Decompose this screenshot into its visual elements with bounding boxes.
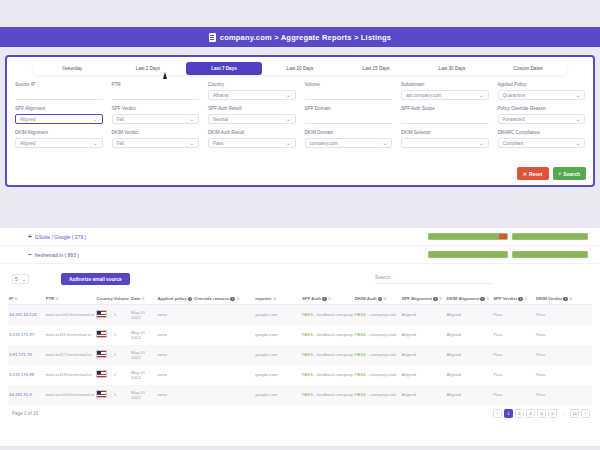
column-header-dkim-verdict[interactable]: DKIM Verdicti⇅ bbox=[535, 293, 592, 305]
collapse-icon[interactable]: − bbox=[28, 252, 32, 257]
chevron-down-icon: ⌄ bbox=[286, 117, 291, 121]
filter-select-dkim-auth-result[interactable]: Pass⌄ bbox=[208, 138, 296, 148]
dkim-auth-domain: - company.com bbox=[366, 372, 396, 377]
column-header-spf-alignment[interactable]: SPF Alignmenti⇅ bbox=[401, 293, 446, 305]
us-flag-icon bbox=[96, 310, 107, 318]
tab-last-10-days[interactable]: Last 10 Days bbox=[262, 62, 338, 75]
reporter-cell: google.com bbox=[254, 365, 301, 385]
sort-icon[interactable]: ⇅ bbox=[524, 297, 527, 301]
sort-icon[interactable]: ⇅ bbox=[569, 297, 572, 301]
spf-auth-result: PASS bbox=[302, 392, 313, 397]
filter-field-spf-domain: SPF Domain bbox=[305, 106, 393, 124]
filter-select-dkim-alignment[interactable]: Aligned⌄ bbox=[15, 138, 103, 148]
sort-icon[interactable]: ⇅ bbox=[328, 297, 331, 301]
sort-icon[interactable]: ⇅ bbox=[383, 297, 386, 301]
sort-icon[interactable]: ⇅ bbox=[14, 297, 17, 301]
expand-icon[interactable]: + bbox=[28, 234, 32, 239]
page-button-1[interactable]: 1 bbox=[504, 409, 513, 418]
prev-page-button[interactable]: ‹ bbox=[493, 409, 502, 418]
sort-icon[interactable]: ⇅ bbox=[55, 297, 58, 301]
page-button-16[interactable]: 16 bbox=[570, 409, 579, 418]
source-name[interactable]: −freshemail.in ( 893 ) bbox=[28, 252, 79, 258]
column-header-applied-policy[interactable]: Applied policyi⇅ bbox=[156, 293, 193, 305]
source-name[interactable]: +GSuite / Google ( 279 ) bbox=[28, 234, 86, 240]
column-header-country[interactable]: Country⇅ bbox=[95, 293, 112, 305]
sort-icon[interactable]: ⇅ bbox=[273, 297, 276, 301]
sort-icon[interactable]: ⇅ bbox=[141, 297, 144, 301]
us-flag-icon bbox=[96, 390, 107, 398]
page-size-select[interactable]: 5 ⌄ bbox=[12, 274, 29, 284]
filter-select-spf-verdict[interactable]: Fail⌄ bbox=[112, 114, 200, 124]
column-header-volume[interactable]: Volume⇅ bbox=[113, 293, 130, 305]
filter-input-source-ip[interactable] bbox=[15, 90, 103, 100]
filter-select-dkim-selector[interactable]: ⌄ bbox=[401, 138, 489, 148]
tab-last-15-days[interactable]: Last 15 Days bbox=[338, 62, 414, 75]
sort-icon[interactable]: ⇅ bbox=[439, 297, 442, 301]
column-header-ptr[interactable]: PTR⇅ bbox=[45, 293, 96, 305]
info-icon[interactable]: i bbox=[378, 297, 383, 302]
reporter-cell: google.com bbox=[254, 325, 301, 345]
info-icon[interactable]: i bbox=[433, 297, 438, 302]
page-button-4[interactable]: 4 bbox=[537, 409, 546, 418]
tab-yesterday[interactable]: Yesterday bbox=[34, 62, 110, 75]
filter-field-country: CountryAlbania⌄ bbox=[208, 82, 296, 100]
filter-input-volume[interactable] bbox=[305, 90, 393, 100]
info-icon[interactable]: i bbox=[563, 297, 568, 302]
info-icon[interactable]: i bbox=[188, 297, 193, 302]
country-cell bbox=[95, 325, 112, 345]
page-button-2[interactable]: 2 bbox=[515, 409, 524, 418]
sort-icon[interactable]: ⇅ bbox=[486, 297, 489, 301]
filter-select-applied-policy[interactable]: Quarantine⌄ bbox=[498, 90, 586, 100]
tab-last-7-days[interactable]: Last 7 Days bbox=[186, 62, 262, 75]
column-label: Applied policy bbox=[157, 296, 186, 301]
tab-last-2-days[interactable]: Last 2 Days bbox=[110, 62, 186, 75]
ip-link[interactable]: 3.219.175.97 bbox=[9, 332, 34, 337]
filter-input-spf-domain[interactable] bbox=[305, 114, 393, 124]
sort-icon[interactable]: ⇅ bbox=[236, 297, 239, 301]
ip-link[interactable]: 44.192.35.9 bbox=[9, 392, 32, 397]
tab-last-30-days[interactable]: Last 30 Days bbox=[414, 62, 490, 75]
column-label: Date bbox=[131, 296, 140, 301]
date-cell: May 01 2022 bbox=[130, 385, 156, 405]
filter-input-spf-auth-scope[interactable] bbox=[401, 114, 489, 124]
filter-select-spf-alignment[interactable]: Aligned⌄ bbox=[15, 114, 103, 124]
filter-select-dkim-domain[interactable]: company.com⌄ bbox=[305, 138, 393, 148]
chevron-down-icon: ⌄ bbox=[286, 141, 291, 145]
filter-select-dmarc-compliance[interactable]: Compliant⌄ bbox=[498, 138, 586, 148]
ip-link[interactable]: 3.91.171.79 bbox=[9, 352, 32, 357]
search-button[interactable]: ⌕ Search bbox=[553, 167, 587, 180]
info-icon[interactable]: i bbox=[230, 297, 235, 302]
authorize-email-source-button[interactable]: Authorize email source bbox=[61, 273, 130, 285]
ptr-cell: mail-xxx103.freshemail.in bbox=[45, 385, 96, 405]
tab-custom-dates[interactable]: Custom Dates bbox=[490, 62, 566, 75]
info-icon[interactable]: i bbox=[480, 297, 485, 302]
column-header-reporter[interactable]: reporter⇅ bbox=[254, 293, 301, 305]
column-header-dkim-alignment[interactable]: DKIM Alignmenti⇅ bbox=[445, 293, 492, 305]
column-header-date[interactable]: Date⇅ bbox=[130, 293, 156, 305]
page-button-5[interactable]: 5 bbox=[548, 409, 557, 418]
column-header-override-reasons[interactable]: Override reasonsi⇅ bbox=[193, 293, 254, 305]
page-button-3[interactable]: 3 bbox=[526, 409, 535, 418]
column-header-spf-verdict[interactable]: SPF Verdicti⇅ bbox=[492, 293, 535, 305]
info-icon[interactable]: i bbox=[518, 297, 523, 302]
next-page-button[interactable]: › bbox=[581, 409, 590, 418]
ip-link[interactable]: 3.219.176.98 bbox=[9, 372, 34, 377]
column-header-spf-auth[interactable]: SPF Authi⇅ bbox=[301, 293, 354, 305]
filter-select-dkim-verdict[interactable]: Fail⌄ bbox=[112, 138, 200, 148]
column-header-ip[interactable]: IP⇅ bbox=[8, 293, 45, 305]
filter-select-policy-override-reason[interactable]: Forwarded⌄ bbox=[498, 114, 586, 124]
filter-select-spf-auth-result[interactable]: Neutral⌄ bbox=[208, 114, 296, 124]
info-icon[interactable]: i bbox=[322, 297, 327, 302]
ptr-cell: mail-xx111.freshemail.in bbox=[45, 325, 96, 345]
chevron-down-icon: ⌄ bbox=[479, 93, 484, 97]
table-search-input[interactable]: Search.. bbox=[375, 275, 491, 284]
ip-link[interactable]: 44.192.16.124 bbox=[9, 312, 36, 317]
column-header-dkim-auth[interactable]: DKIM Authi⇅ bbox=[354, 293, 401, 305]
filter-select-subdomain[interactable]: api.company.com⌄ bbox=[401, 90, 489, 100]
reports-table: IP⇅PTR⇅Country⇅Volume⇅Date⇅Applied polic… bbox=[8, 293, 592, 405]
source-label: freshemail.in ( 893 ) bbox=[35, 252, 79, 258]
filter-select-country[interactable]: Albania⌄ bbox=[208, 90, 296, 100]
filter-input-ptr[interactable] bbox=[112, 90, 200, 100]
reset-button[interactable]: ✕ Reset bbox=[517, 167, 549, 180]
filter-label: SPF Auth Scope bbox=[401, 106, 489, 111]
